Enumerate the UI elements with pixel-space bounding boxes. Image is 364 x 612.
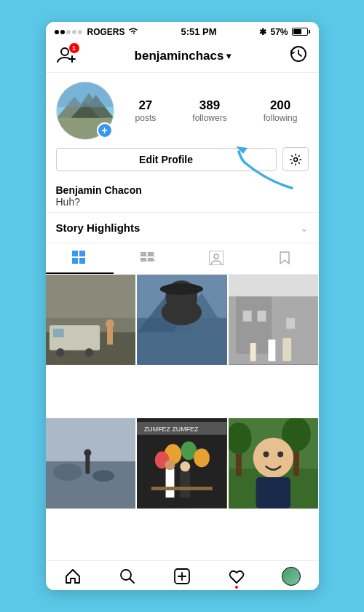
followers-label: followers xyxy=(192,113,226,123)
svg-text:ZUMFEZ   ZUMFEZ: ZUMFEZ ZUMFEZ xyxy=(144,425,199,433)
posts-label: posts xyxy=(135,113,157,123)
svg-rect-10 xyxy=(57,82,114,107)
username-label: benjaminchacs xyxy=(135,49,224,63)
carrier-label: ROGERS xyxy=(87,27,125,37)
signal-dots xyxy=(55,30,82,34)
grid-photo-5[interactable]: ZUMFEZ ZUMFEZ xyxy=(137,418,227,509)
svg-rect-13 xyxy=(72,251,78,256)
chevron-down-icon: ⌄ xyxy=(300,222,309,234)
history-icon xyxy=(289,44,308,63)
tab-list[interactable] xyxy=(114,243,182,274)
person-tag-icon xyxy=(209,251,223,265)
photo-grid: ZUMFEZ ZUMFEZ xyxy=(46,275,319,560)
nav-profile[interactable] xyxy=(264,567,319,586)
add-icon xyxy=(173,568,191,585)
battery-fill xyxy=(293,29,301,34)
activity-notification-dot xyxy=(235,586,238,589)
status-left: ROGERS xyxy=(55,27,138,37)
posts-stat[interactable]: 27 posts xyxy=(135,98,157,123)
posts-count: 27 xyxy=(138,98,152,113)
nav-search[interactable] xyxy=(100,567,155,586)
svg-rect-59 xyxy=(85,455,90,474)
signal-dot-5 xyxy=(78,30,82,34)
grid-photo-5-image: ZUMFEZ ZUMFEZ xyxy=(137,418,227,509)
battery-percent: 57% xyxy=(270,27,288,37)
following-count: 200 xyxy=(270,98,290,113)
svg-rect-19 xyxy=(141,258,146,262)
grid-photo-3[interactable] xyxy=(229,275,319,365)
svg-rect-23 xyxy=(141,260,155,261)
svg-point-79 xyxy=(253,438,293,478)
profile-top: + 27 posts 389 followers 200 following xyxy=(56,82,309,140)
tab-tagged[interactable] xyxy=(182,243,250,274)
svg-point-57 xyxy=(52,463,82,481)
nav-add[interactable] xyxy=(155,567,210,586)
followers-stat[interactable]: 389 followers xyxy=(192,98,226,123)
profile-section: + 27 posts 389 followers 200 following xyxy=(46,73,319,180)
bottom-nav xyxy=(46,560,319,590)
nav-home[interactable] xyxy=(46,567,100,586)
battery-bar xyxy=(292,28,308,36)
svg-rect-34 xyxy=(107,326,113,345)
svg-rect-29 xyxy=(46,275,136,318)
svg-rect-15 xyxy=(72,258,78,264)
svg-rect-16 xyxy=(79,258,85,264)
nav-avatar xyxy=(282,567,301,586)
grid-photo-2[interactable] xyxy=(137,275,227,365)
svg-point-58 xyxy=(92,470,114,482)
svg-rect-70 xyxy=(181,470,191,498)
svg-rect-82 xyxy=(256,477,290,509)
svg-marker-12 xyxy=(236,146,248,154)
svg-rect-24 xyxy=(141,253,155,254)
heart-icon xyxy=(228,568,245,585)
username-dropdown[interactable]: benjaminchacs ▾ xyxy=(135,49,232,63)
svg-rect-47 xyxy=(243,310,252,321)
grid-photo-6[interactable] xyxy=(229,418,319,509)
svg-point-69 xyxy=(165,460,175,470)
svg-rect-14 xyxy=(79,251,85,256)
search-icon xyxy=(119,568,136,585)
history-button[interactable] xyxy=(289,44,308,68)
svg-point-81 xyxy=(277,452,283,458)
svg-rect-20 xyxy=(148,258,154,262)
following-stat[interactable]: 200 following xyxy=(264,98,298,123)
grid-photo-6-image xyxy=(229,418,319,509)
status-right: ✱ 57% xyxy=(259,27,309,37)
grid-photo-1[interactable] xyxy=(46,275,136,365)
profile-bio: Huh? xyxy=(56,196,309,208)
add-story-button[interactable]: + xyxy=(97,122,113,138)
followers-count: 389 xyxy=(199,98,220,113)
status-bar: ROGERS 5:51 PM ✱ 57% xyxy=(46,22,319,40)
view-tabs xyxy=(46,243,319,275)
signal-dot-3 xyxy=(66,30,71,34)
tab-saved[interactable] xyxy=(250,243,319,274)
list-icon xyxy=(141,251,155,265)
add-user-button[interactable]: 1 xyxy=(56,46,76,66)
signal-dot-1 xyxy=(55,30,59,34)
svg-rect-55 xyxy=(46,418,136,461)
tab-grid[interactable] xyxy=(46,243,114,274)
svg-rect-50 xyxy=(229,275,319,297)
svg-point-26 xyxy=(214,254,218,259)
top-nav: 1 benjaminchacs ▾ xyxy=(46,40,319,73)
bookmark-icon xyxy=(279,251,290,265)
svg-point-60 xyxy=(84,450,91,457)
svg-rect-51 xyxy=(250,343,256,361)
svg-rect-22 xyxy=(141,256,155,256)
avatar-wrap: + xyxy=(56,82,114,140)
notification-badge: 1 xyxy=(69,43,79,53)
signal-dot-4 xyxy=(72,30,76,34)
svg-point-42 xyxy=(160,283,203,295)
svg-point-35 xyxy=(106,319,114,328)
svg-point-71 xyxy=(181,461,191,471)
svg-point-0 xyxy=(61,48,68,55)
grid-photo-4[interactable] xyxy=(46,418,136,509)
story-highlights-row[interactable]: Story Highlights ⌄ xyxy=(46,213,319,243)
time-display: 5:51 PM xyxy=(181,26,216,37)
svg-rect-49 xyxy=(286,318,295,329)
nav-activity[interactable] xyxy=(210,567,264,586)
battery-indicator xyxy=(292,28,310,36)
grid-photo-1-image xyxy=(46,275,136,365)
stats-row: 27 posts 389 followers 200 following xyxy=(124,98,309,123)
svg-rect-31 xyxy=(52,329,63,337)
